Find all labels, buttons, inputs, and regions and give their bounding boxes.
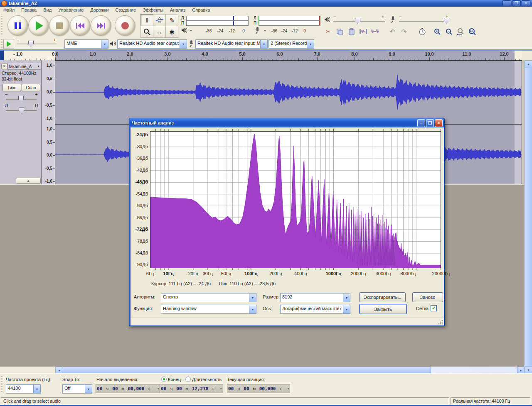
spectrum-plot[interactable]: [150, 131, 441, 268]
envelope-tool-button[interactable]: [153, 14, 166, 26]
redo-button[interactable]: ↷: [398, 26, 410, 37]
spectrum-x-tick-label: 100Гц: [239, 271, 264, 276]
export-button[interactable]: Экспортировать...: [359, 292, 406, 302]
record-button[interactable]: [115, 15, 135, 36]
output-device-select[interactable]: Realtek HD Audio rear output▼: [117, 39, 187, 49]
length-radio[interactable]: Длительность: [185, 377, 222, 382]
zoom-tool-button[interactable]: [140, 26, 153, 38]
playback-speed-slider[interactable]: [17, 44, 57, 45]
menu-item[interactable]: Файл: [0, 7, 18, 13]
menu-item[interactable]: Справка: [189, 7, 213, 13]
fit-selection-button[interactable]: [455, 26, 466, 37]
field-spinner-icon[interactable]: ▾: [157, 387, 159, 391]
skip-start-button[interactable]: [70, 15, 90, 36]
copy-button[interactable]: [334, 26, 346, 37]
vertical-scroll-thumb[interactable]: [524, 68, 532, 366]
spectrum-x-tick-label: 20000Гц: [429, 271, 453, 276]
playback-speed-thumb[interactable]: [28, 41, 34, 47]
menu-item[interactable]: Правка: [18, 7, 40, 13]
algorithm-select[interactable]: Спектр▼: [161, 293, 256, 302]
project-rate-select[interactable]: 44100▼: [6, 384, 41, 394]
track-control-panel: × takamine_A ▼ Стерео, 44100Hz 32-bit fl…: [0, 60, 42, 184]
function-select[interactable]: Hanning window▼: [161, 305, 256, 314]
end-radio[interactable]: Конец: [161, 377, 181, 382]
input-meter[interactable]: Л П ▼ -36-24-120: [252, 14, 321, 37]
menu-item[interactable]: Создание: [112, 7, 139, 13]
timeline-ruler[interactable]: - 1,00,01,02,03,04,05,06,07,08,09,010,01…: [0, 51, 532, 61]
dialog-minimize-button[interactable]: –: [417, 119, 425, 127]
zoom-in-button[interactable]: [431, 26, 443, 37]
end-radio-icon[interactable]: [161, 377, 167, 382]
gain-slider-thumb[interactable]: [18, 96, 24, 102]
axis-select[interactable]: Логарифмический масштаб▼: [280, 305, 350, 314]
replot-button[interactable]: Заново: [412, 292, 443, 302]
solo-button[interactable]: Соло: [22, 84, 40, 91]
menu-item[interactable]: Управление: [55, 7, 87, 13]
selection-tool-button[interactable]: I: [140, 14, 153, 26]
track-collapse-button[interactable]: ▲: [16, 178, 41, 183]
mute-button[interactable]: Тихо: [2, 84, 21, 91]
cut-button[interactable]: ✂: [323, 26, 334, 37]
menu-item[interactable]: Эффекты: [139, 7, 167, 13]
play-button[interactable]: [28, 15, 49, 36]
fit-project-button[interactable]: [466, 26, 478, 37]
toolbar-grip[interactable]: [1, 39, 2, 48]
dialog-title-bar[interactable]: Частотный анализ – ❐ ×: [129, 118, 444, 127]
timeshift-tool-button[interactable]: ↔: [153, 26, 166, 38]
menu-item[interactable]: Дорожки: [87, 7, 112, 13]
size-select[interactable]: 8192▼: [280, 293, 350, 302]
toolbar-grip[interactable]: [1, 376, 2, 393]
close-button[interactable]: ×: [522, 0, 530, 6]
menu-item[interactable]: Вид: [40, 7, 55, 13]
dialog-maximize-button[interactable]: ❐: [426, 119, 434, 127]
stopwatch-button[interactable]: [416, 26, 428, 37]
dropdown-arrow-icon: ▼: [101, 40, 108, 48]
selection-end-field[interactable]: 00 ч 00 м 12,278 с▾: [160, 384, 223, 394]
vertical-scrollbar[interactable]: ▲ ▼: [524, 60, 532, 373]
function-value: Hanning window: [161, 305, 249, 313]
skip-end-button[interactable]: [91, 15, 111, 36]
actual-rate-readout: Реальная частота: 44100 Гц: [451, 397, 530, 405]
input-channels-select[interactable]: 2 (Stereo) Record▼: [268, 39, 314, 49]
close-dialog-button[interactable]: Закрыть: [359, 304, 407, 314]
field-spinner-icon[interactable]: ▾: [287, 387, 289, 391]
pause-button[interactable]: [7, 15, 28, 36]
horizontal-scrollbar[interactable]: ◄ ►: [55, 367, 524, 373]
input-device-select[interactable]: Realtek HD Audio rear input: M▼: [195, 39, 268, 49]
length-radio-icon[interactable]: [185, 377, 191, 382]
field-spinner-icon[interactable]: ▾: [220, 387, 222, 391]
play-at-speed-button[interactable]: [3, 39, 14, 49]
time-field-value: 00 ч 00 м 12,278 с: [161, 386, 215, 391]
position-field[interactable]: 00 ч 00 м 00,000 с▾: [227, 384, 291, 394]
input-volume-slider[interactable]: [399, 21, 449, 22]
silence-button[interactable]: [369, 26, 381, 37]
scroll-up-button[interactable]: ▲: [524, 60, 532, 68]
output-volume-thumb[interactable]: [355, 18, 360, 24]
multi-tool-button[interactable]: ∗: [165, 26, 178, 38]
zoom-out-icon: [446, 28, 453, 35]
snap-to-select[interactable]: Off▼: [62, 384, 92, 394]
menu-item[interactable]: Анализ: [167, 7, 189, 13]
audio-host-select[interactable]: MME▼: [64, 39, 108, 49]
output-meter[interactable]: Л П ▼ -36-24-120: [180, 14, 251, 37]
dialog-close-button[interactable]: ×: [435, 119, 443, 127]
trim-button[interactable]: [357, 26, 369, 37]
grid-checkbox[interactable]: ✓: [431, 305, 437, 311]
zoom-out-button[interactable]: [443, 26, 455, 37]
track-title-menu[interactable]: takamine_A ▼: [7, 63, 41, 70]
restore-button[interactable]: ❐: [512, 0, 521, 6]
spectrum-y-tick-label: -72Дб: [131, 227, 148, 232]
paste-button[interactable]: [346, 26, 357, 37]
undo-button[interactable]: ↶: [387, 26, 398, 37]
resize-grip-icon[interactable]: [438, 320, 443, 325]
track-vertical-ruler[interactable]: 1,00,50,0-0,5-1,01,00,50,0-0,5-1,0: [42, 60, 55, 184]
stop-button[interactable]: [49, 15, 69, 36]
draw-tool-button[interactable]: ✎: [165, 14, 178, 26]
track-close-button[interactable]: ×: [1, 63, 7, 69]
minimize-button[interactable]: –: [502, 0, 511, 6]
window-title: takamine_A2: [9, 1, 37, 6]
selection-start-field[interactable]: 00 ч 00 м 00,000 с▾: [96, 384, 160, 394]
input-volume-thumb[interactable]: [444, 18, 449, 24]
pan-slider-thumb[interactable]: [19, 107, 24, 113]
toolbar-grip[interactable]: [1, 15, 2, 36]
